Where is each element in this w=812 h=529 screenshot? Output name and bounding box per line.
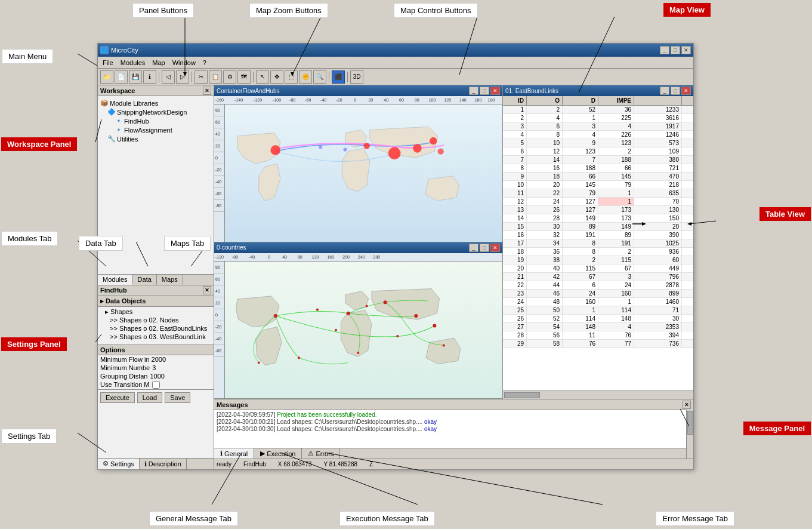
toolbar-back-btn[interactable]: ◁: [162, 70, 175, 84]
toolbar-open-btn[interactable]: 📁: [100, 70, 113, 84]
toolbar-select-btn[interactable]: ⬚: [285, 70, 298, 84]
map1-maximize-btn[interactable]: □: [480, 87, 489, 95]
minimize-button[interactable]: _: [660, 46, 669, 54]
table-row[interactable]: 173481911025: [503, 239, 693, 248]
shape-eastbound[interactable]: >> Shapes o 02. EastBoundLinks: [100, 324, 211, 333]
table-row[interactable]: 1326127173130: [503, 206, 693, 214]
settings-tab[interactable]: ⚙ Settings: [98, 459, 140, 469]
msg-tab-execution[interactable]: ▶ Execution: [254, 448, 302, 459]
menu-window[interactable]: Window: [169, 58, 199, 67]
table-close-btn[interactable]: ✕: [681, 87, 691, 95]
table-row[interactable]: 7147188380: [503, 156, 693, 164]
table-row[interactable]: 28561176394: [503, 331, 693, 340]
map2-controls[interactable]: _ □ ✕: [469, 244, 500, 252]
msg-tab-general[interactable]: ℹ General: [214, 448, 254, 459]
option-use-transition[interactable]: Use Transition M: [98, 380, 214, 389]
map1-minimize-btn[interactable]: _: [469, 87, 478, 95]
table-row[interactable]: 275414842353: [503, 323, 693, 331]
toolbar-cut-btn[interactable]: ✂: [194, 70, 208, 84]
table-row[interactable]: 244816011460: [503, 298, 693, 306]
save-button[interactable]: Save: [165, 392, 190, 403]
tab-modules[interactable]: Modules: [98, 275, 133, 285]
map2-maximize-btn[interactable]: □: [480, 244, 489, 252]
toolbar-zoom-in-btn[interactable]: 🔍: [313, 70, 326, 84]
toolbar-settings-btn[interactable]: ⚙: [223, 70, 236, 84]
option-use-transition-checkbox[interactable]: [152, 381, 160, 389]
table-cell-val5: 394: [634, 331, 682, 339]
toolbar-info-btn[interactable]: ℹ: [143, 70, 156, 84]
table-row[interactable]: 1428149173150: [503, 214, 693, 223]
tab-data[interactable]: Data: [133, 275, 157, 285]
table-row[interactable]: 5109123573: [503, 139, 693, 147]
table-row[interactable]: 81618866721: [503, 164, 693, 173]
table-row[interactable]: 1252361233: [503, 106, 693, 114]
toolbar-save-btn[interactable]: 💾: [129, 70, 142, 84]
toolbar-pan-btn[interactable]: ✊: [299, 70, 312, 84]
table-row[interactable]: 91866145470: [503, 173, 693, 181]
toolbar-map-btn[interactable]: 🗺: [237, 70, 251, 84]
table-row[interactable]: 265211414830: [503, 315, 693, 323]
execute-button[interactable]: Execute: [100, 392, 135, 403]
tree-shipping-network[interactable]: 🔷 ShippingNetworkDesign: [107, 107, 211, 116]
tree-flow-assignment[interactable]: 🔹 FlowAssignment: [115, 125, 211, 134]
map1-controls[interactable]: _ □ ✕: [469, 87, 500, 95]
table-row[interactable]: 1224127170: [503, 198, 693, 206]
findhub-close-btn[interactable]: ✕: [203, 286, 211, 294]
map2-close-btn[interactable]: ✕: [490, 244, 500, 252]
table-title-controls[interactable]: _ □ ✕: [660, 87, 691, 95]
toolbar-arrow-btn[interactable]: ↖: [256, 70, 269, 84]
map1-close-btn[interactable]: ✕: [490, 87, 500, 95]
table-row[interactable]: 1122791635: [503, 189, 693, 198]
table-row[interactable]: 2412253616: [503, 114, 693, 122]
table-row[interactable]: 4842261246: [503, 131, 693, 139]
description-tab[interactable]: ℹ Description: [140, 459, 187, 469]
load-button[interactable]: Load: [137, 392, 162, 403]
table-row[interactable]: 22446242878: [503, 281, 693, 290]
toolbar-new-btn[interactable]: 📄: [115, 70, 128, 84]
table-row[interactable]: 6121232109: [503, 147, 693, 156]
shape-nodes[interactable]: >> Shapes o 02. Nodes: [100, 316, 211, 324]
table-row[interactable]: 2550111471: [503, 306, 693, 315]
table-row[interactable]: 2142673796: [503, 273, 693, 281]
title-bar-controls[interactable]: _ □ ✕: [660, 46, 691, 54]
map2-canvas[interactable]: [225, 262, 502, 399]
menu-modules[interactable]: Modules: [117, 58, 149, 67]
table-row[interactable]: 204011567449: [503, 264, 693, 273]
table-row[interactable]: 163219189390: [503, 231, 693, 239]
map2-minimize-btn[interactable]: _: [469, 244, 478, 252]
tab-maps[interactable]: Maps: [157, 275, 183, 285]
table-row[interactable]: 234624160899: [503, 290, 693, 298]
toolbar-active-btn[interactable]: ⬛: [332, 70, 345, 84]
shape-westbound[interactable]: >> Shapes o 03. WestBoundLink: [100, 333, 211, 341]
messages-scrollbar[interactable]: [686, 410, 693, 459]
table-row[interactable]: 1938211560: [503, 256, 693, 264]
menu-help[interactable]: ?: [199, 58, 210, 67]
table-minimize-btn[interactable]: _: [660, 87, 669, 95]
menu-map[interactable]: Map: [149, 58, 168, 67]
toolbar-3d-btn[interactable]: 3D: [350, 70, 363, 84]
table-body[interactable]: 1252361233241225361636341917484226124651…: [503, 106, 693, 390]
table-row[interactable]: 183682936: [503, 248, 693, 256]
table-row[interactable]: 102014579218: [503, 181, 693, 189]
workspace-close-btn[interactable]: ✕: [203, 87, 211, 95]
table-row[interactable]: 29587677736: [503, 340, 693, 348]
messages-close-btn[interactable]: ✕: [683, 401, 691, 409]
maximize-button[interactable]: □: [671, 46, 680, 54]
toolbar-copy-btn[interactable]: 📋: [209, 70, 222, 84]
map1-canvas[interactable]: [225, 104, 502, 242]
table-maximize-btn[interactable]: □: [671, 87, 680, 95]
tree-module-libraries[interactable]: 📦 Module Libraries: [100, 99, 211, 107]
tree-utilities[interactable]: 🔧 Utilities: [107, 134, 211, 143]
close-button[interactable]: ✕: [681, 46, 691, 54]
menu-file[interactable]: File: [99, 58, 117, 67]
table-row[interactable]: 15308914920: [503, 223, 693, 231]
toolbar-move-btn[interactable]: ✥: [270, 70, 283, 84]
messages-scrollbar-thumb[interactable]: [687, 411, 693, 435]
horizontal-scrollbar-thumb[interactable]: [504, 392, 540, 398]
msg-tab-errors[interactable]: ⚠ Errors: [302, 448, 340, 459]
table-row[interactable]: 36341917: [503, 122, 693, 131]
tree-findhub[interactable]: 🔹 FindHub: [115, 116, 211, 125]
table-cell-d: 67: [563, 273, 598, 281]
table-scroll-bottom[interactable]: [503, 390, 693, 399]
toolbar-forward-btn[interactable]: ▷: [176, 70, 189, 84]
